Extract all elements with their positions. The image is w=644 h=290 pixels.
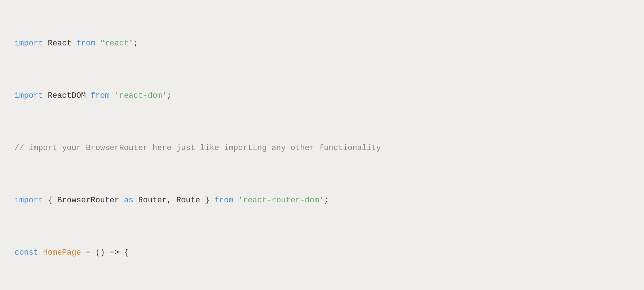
code-line-1: import React from "react"; bbox=[14, 37, 630, 50]
keyword-from: from bbox=[91, 91, 110, 100]
code-text bbox=[38, 248, 43, 257]
code-line-5: const HomePage = () => { bbox=[14, 246, 630, 259]
code-line-2: import ReactDOM from 'react-dom'; bbox=[14, 89, 630, 102]
code-text bbox=[233, 196, 238, 205]
code-text: ; bbox=[133, 39, 138, 48]
keyword-as: as bbox=[124, 196, 133, 205]
code-text: React bbox=[43, 39, 76, 48]
keyword-from: from bbox=[76, 39, 96, 48]
code-text: = () => { bbox=[81, 248, 129, 257]
code-text: Router, Route } bbox=[133, 196, 214, 205]
component-name: HomePage bbox=[43, 248, 81, 257]
comment-line: // import your BrowserRouter here just l… bbox=[14, 144, 381, 153]
keyword-from: from bbox=[215, 196, 234, 205]
code-text: ; bbox=[324, 196, 328, 205]
code-editor: import React from "react"; import ReactD… bbox=[14, 11, 630, 290]
keyword-import: import bbox=[14, 91, 43, 100]
code-text bbox=[110, 91, 114, 100]
keyword-const: const bbox=[14, 248, 38, 257]
code-line-3: // import your BrowserRouter here just l… bbox=[14, 142, 630, 155]
code-text: ReactDOM bbox=[43, 91, 91, 100]
string-router: 'react-router-dom' bbox=[238, 196, 324, 205]
string-react: "react" bbox=[100, 39, 133, 48]
code-text: ; bbox=[167, 91, 172, 100]
string-reactdom: 'react-dom' bbox=[114, 91, 167, 100]
keyword-import: import bbox=[14, 39, 43, 48]
code-line-4: import { BrowserRouter as Router, Route … bbox=[14, 194, 630, 207]
code-text bbox=[95, 39, 100, 48]
keyword-import: import bbox=[14, 196, 43, 205]
code-text: { BrowserRouter bbox=[43, 196, 124, 205]
